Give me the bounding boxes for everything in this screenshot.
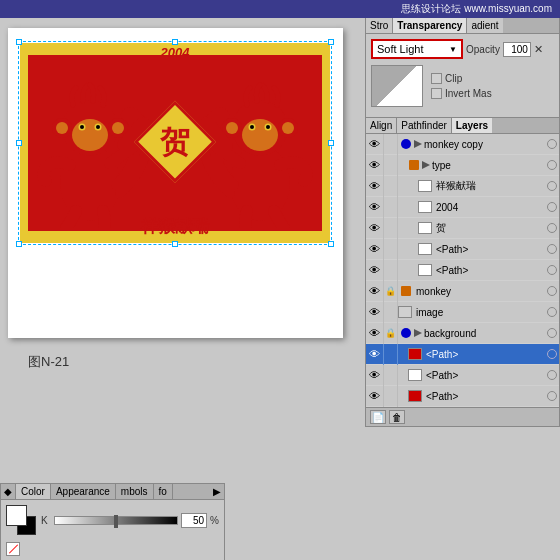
layer-row-path5[interactable]: 👁 <Path> — [366, 386, 559, 407]
gradient-tab[interactable]: adient — [467, 18, 502, 33]
layer-lock-icon[interactable]: 🔒 — [384, 281, 398, 302]
svg-point-21 — [226, 122, 238, 134]
layer-name: image — [414, 307, 547, 318]
k-value-input[interactable] — [181, 513, 207, 528]
layer-target-circle[interactable] — [547, 265, 557, 275]
layer-eye-icon[interactable]: 👁 — [366, 239, 384, 260]
layer-target-circle[interactable] — [547, 160, 557, 170]
transparency-panel: Stro Transparency adient Soft Light ▼ Op… — [365, 18, 560, 118]
svg-point-6 — [96, 125, 100, 129]
text-item-box — [418, 201, 432, 213]
fg-bg-swatches[interactable] — [6, 505, 36, 535]
layer-name: <Path> — [424, 370, 547, 381]
clip-checkbox[interactable] — [431, 73, 442, 84]
appearance-tab[interactable]: Appearance — [51, 484, 116, 499]
pathfinder-tab[interactable]: Pathfinder — [397, 118, 452, 133]
layer-lock-space — [384, 344, 398, 365]
layer-lock-space — [384, 386, 398, 407]
layer-row-2004[interactable]: 👁 2004 — [366, 197, 559, 218]
none-swatch[interactable] — [6, 542, 20, 556]
layers-panel-bottom: 📄 🗑 — [366, 407, 559, 426]
layer-eye-icon[interactable]: 👁 — [366, 344, 384, 365]
svg-marker-22 — [414, 140, 422, 148]
svg-point-8 — [56, 122, 68, 134]
layer-eye-icon[interactable]: 👁 — [366, 260, 384, 281]
k-slider-thumb[interactable] — [114, 515, 118, 528]
layer-name: <Path> — [434, 265, 547, 276]
layer-eye-icon[interactable]: 👁 — [366, 218, 384, 239]
layer-target-circle[interactable] — [547, 370, 557, 380]
k-label: K — [41, 515, 51, 526]
layer-target-circle[interactable] — [547, 139, 557, 149]
artwork[interactable]: 2004 贺 — [20, 43, 330, 243]
fo-tab[interactable]: fo — [154, 484, 173, 499]
transparency-tab[interactable]: Transparency — [393, 18, 467, 33]
expand-triangle[interactable] — [414, 140, 422, 148]
layer-row-path-selected[interactable]: 👁 <Path> — [366, 344, 559, 365]
align-tab[interactable]: Align — [366, 118, 397, 133]
layer-target-circle[interactable] — [547, 244, 557, 254]
color-panel-arrow[interactable]: ◆ — [1, 484, 16, 499]
layer-row-monkey[interactable]: 👁 🔒 monkey — [366, 281, 559, 302]
layer-lock-space — [384, 260, 398, 281]
layer-lock-space — [384, 134, 398, 155]
svg-point-2 — [72, 119, 108, 151]
layer-eye-icon[interactable]: 👁 — [366, 176, 384, 197]
layer-eye-icon[interactable]: 👁 — [366, 386, 384, 407]
new-layer-button[interactable]: 📄 — [370, 410, 386, 424]
layer-target-circle[interactable] — [547, 391, 557, 401]
delete-layer-button[interactable]: 🗑 — [389, 410, 405, 424]
layer-row-image[interactable]: 👁 image — [366, 302, 559, 323]
opacity-x-button[interactable]: ✕ — [534, 43, 543, 56]
opacity-input[interactable] — [503, 42, 531, 57]
layer-eye-icon[interactable]: 👁 — [366, 365, 384, 386]
color-tab[interactable]: Color — [16, 484, 51, 499]
layer-target-circle[interactable] — [547, 328, 557, 338]
layer-row-monkey-copy[interactable]: 👁 monkey copy — [366, 134, 559, 155]
blend-dropdown-arrow[interactable]: ▼ — [449, 45, 457, 54]
fg-swatch[interactable] — [6, 505, 27, 526]
layer-target-circle[interactable] — [547, 223, 557, 233]
k-slider-track[interactable] — [54, 516, 178, 525]
svg-point-16 — [266, 125, 270, 129]
layer-target-circle[interactable] — [547, 307, 557, 317]
layer-row-path2[interactable]: 👁 <Path> — [366, 260, 559, 281]
expand-triangle-bg[interactable] — [414, 329, 422, 337]
layer-row-path1[interactable]: 👁 <Path> — [366, 239, 559, 260]
clip-row: Clip — [431, 73, 492, 84]
layer-target-circle[interactable] — [547, 286, 557, 296]
layer-eye-icon[interactable]: 👁 — [366, 155, 384, 176]
expand-triangle[interactable] — [422, 161, 430, 169]
svg-point-19 — [282, 122, 294, 134]
invert-mask-checkbox[interactable] — [431, 88, 442, 99]
layer-eye-icon[interactable]: 👁 — [366, 281, 384, 302]
text-item-box — [418, 222, 432, 234]
layer-name: 祥猴献瑞 — [434, 179, 547, 193]
color-slider-area: K % — [41, 513, 219, 528]
layer-row-background[interactable]: 👁 🔒 background — [366, 323, 559, 344]
layer-target-circle[interactable] — [547, 349, 557, 359]
layer-eye-icon[interactable]: 👁 — [366, 323, 384, 344]
color-panel-content: K % — [1, 500, 224, 540]
year-text: 2004 — [161, 45, 190, 60]
layer-row-he[interactable]: 👁 贺 — [366, 218, 559, 239]
layer-row-type[interactable]: 👁 type — [366, 155, 559, 176]
layer-name: <Path> — [424, 349, 547, 360]
symbols-tab[interactable]: mbols — [116, 484, 154, 499]
layer-row-zhupeng[interactable]: 👁 祥猴献瑞 — [366, 176, 559, 197]
blend-mode-select[interactable]: Soft Light ▼ — [371, 39, 463, 59]
layer-eye-icon[interactable]: 👁 — [366, 197, 384, 218]
layer-lock-icon[interactable]: 🔒 — [384, 323, 398, 344]
layer-eye-icon[interactable]: 👁 — [366, 302, 384, 323]
layer-lock-space — [384, 302, 398, 323]
layer-target-circle[interactable] — [547, 181, 557, 191]
layer-eye-icon[interactable]: 👁 — [366, 134, 384, 155]
layer-name: <Path> — [434, 244, 547, 255]
caption: 图N-21 — [28, 353, 69, 371]
layers-tab-active[interactable]: Layers — [452, 118, 492, 133]
stroke-tab[interactable]: Stro — [366, 18, 393, 33]
invert-mask-row: Invert Mas — [431, 88, 492, 99]
layer-target-circle[interactable] — [547, 202, 557, 212]
color-panel-expand[interactable]: ▶ — [210, 484, 224, 499]
layer-row-path4[interactable]: 👁 <Path> — [366, 365, 559, 386]
